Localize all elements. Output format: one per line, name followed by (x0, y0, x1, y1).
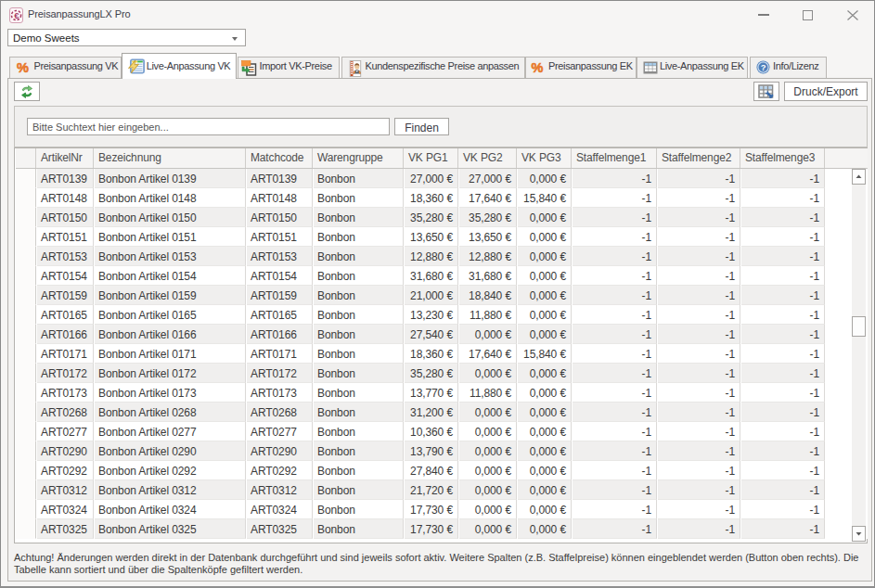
svg-text:€: € (14, 10, 19, 20)
svg-text:?: ? (761, 62, 766, 72)
